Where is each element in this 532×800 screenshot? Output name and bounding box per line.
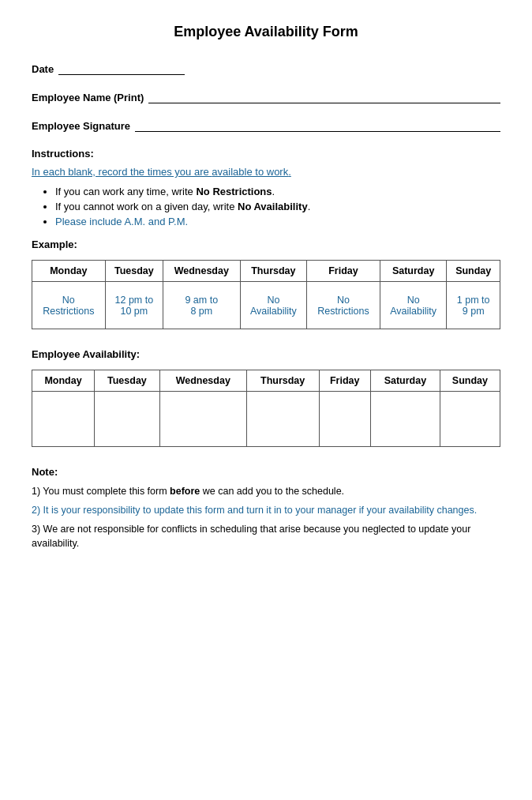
example-friday-val: NoRestrictions [307,282,380,329]
bullet-2-text: If you cannot work on a given day, write [55,201,238,212]
note-1-suffix: we can add you to the schedule. [200,486,344,497]
employee-signature-field-row: Employee Signature [32,119,500,132]
avail-col-wednesday: Wednesday [159,370,246,392]
example-col-thursday: Thursday [240,261,307,282]
employee-name-field-row: Employee Name (Print) [32,91,500,103]
bullet-2-end: . [308,201,311,212]
bullet-3: Please include A.M. and P.M. [55,216,500,227]
employee-name-line [148,91,500,103]
note-2-text: 2) It is your responsibility to update t… [32,505,477,516]
availability-header-row: Monday Tuesday Wednesday Thursday Friday… [32,370,500,392]
avail-col-sunday: Sunday [440,370,500,392]
avail-col-monday: Monday [32,370,95,392]
date-label: Date [32,63,54,75]
notes-section: Note: 1) You must complete this form bef… [32,466,500,551]
intro-text: In each blank, record the times you are [32,166,212,178]
employee-name-label: Employee Name (Print) [32,92,144,103]
example-header-row: Monday Tuesday Wednesday Thursday Friday… [32,261,500,282]
example-col-friday: Friday [307,261,380,282]
example-col-sunday: Sunday [447,261,500,282]
example-sunday-val: 1 pm to9 pm [447,282,500,329]
avail-col-tuesday: Tuesday [95,370,160,392]
bullet-1: If you can work any time, write No Restr… [55,186,500,197]
avail-thursday-val[interactable] [246,392,319,447]
example-col-monday: Monday [32,261,106,282]
bullet-2-bold: No Availability [238,201,308,212]
example-col-wednesday: Wednesday [163,261,240,282]
intro-link: available to work [212,166,288,178]
example-table: Monday Tuesday Wednesday Thursday Friday… [32,260,500,329]
example-thursday-val: NoAvailability [240,282,307,329]
employee-availability-section: Employee Availability: Monday Tuesday We… [32,348,500,447]
note-1-bold: before [170,486,200,497]
note-1-prefix: 1) You must complete this form [32,486,170,497]
bullet-3-text: Please include A.M. and P.M. [55,216,188,227]
avail-friday-val[interactable] [319,392,370,447]
date-field-row: Date [32,62,500,75]
note-2: 2) It is your responsibility to update t… [32,503,500,518]
intro-end: . [288,166,291,178]
employee-availability-table: Monday Tuesday Wednesday Thursday Friday… [32,370,500,447]
example-tuesday-val: 12 pm to10 pm [105,282,163,329]
example-col-saturday: Saturday [380,261,447,282]
page-title: Employee Availability Form [32,24,500,40]
avail-sunday-val[interactable] [440,392,500,447]
bullet-1-text: If you can work any time, write [55,186,196,197]
date-line [58,62,185,75]
example-wednesday-val: 9 am to8 pm [163,282,240,329]
note-3: 3) We are not responsible for conflicts … [32,522,500,552]
instructions-section: Instructions: In each blank, record the … [32,148,500,227]
bullet-1-bold: No Restrictions [196,186,272,197]
example-section: Example: Monday Tuesday Wednesday Thursd… [32,238,500,329]
avail-col-thursday: Thursday [246,370,319,392]
avail-wednesday-val[interactable] [159,392,246,447]
note-1: 1) You must complete this form before we… [32,484,500,499]
example-monday-val: NoRestrictions [32,282,106,329]
employee-availability-heading: Employee Availability: [32,348,500,360]
example-heading: Example: [32,238,500,250]
employee-signature-line [135,119,500,132]
avail-saturday-val[interactable] [370,392,440,447]
avail-col-friday: Friday [319,370,370,392]
example-data-row: NoRestrictions 12 pm to10 pm 9 am to8 pm… [32,282,500,329]
employee-signature-label: Employee Signature [32,120,130,132]
bullet-list: If you can work any time, write No Restr… [55,186,500,227]
availability-data-row [32,392,500,447]
note-heading: Note: [32,466,500,478]
bullet-2: If you cannot work on a given day, write… [55,201,500,212]
instructions-heading: Instructions: [32,148,500,160]
example-saturday-val: NoAvailability [380,282,447,329]
avail-monday-val[interactable] [32,392,95,447]
instructions-intro: In each blank, record the times you are … [32,166,500,178]
note-3-text: 3) We are not responsible for conflicts … [32,524,470,550]
bullet-1-end: . [272,186,275,197]
avail-col-saturday: Saturday [370,370,440,392]
example-col-tuesday: Tuesday [105,261,163,282]
avail-tuesday-val[interactable] [95,392,160,447]
